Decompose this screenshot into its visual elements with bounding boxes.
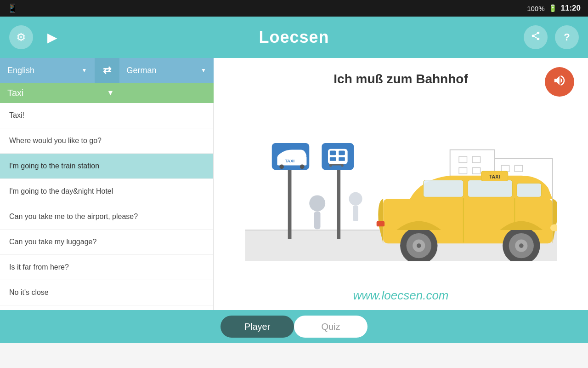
- help-button[interactable]: ?: [555, 25, 579, 49]
- svg-rect-36: [330, 164, 342, 165]
- svg-rect-38: [314, 211, 320, 229]
- svg-rect-8: [472, 156, 480, 163]
- svg-rect-14: [514, 165, 522, 172]
- target-lang-arrow-icon: ▼: [201, 67, 206, 74]
- player-tab[interactable]: Player: [220, 316, 294, 338]
- svg-text:TAXI: TAXI: [489, 173, 500, 179]
- right-panel: Ich muß zum Bahnhof: [214, 58, 588, 310]
- swap-icon: ⇄: [103, 64, 111, 76]
- settings-button[interactable]: ⚙: [9, 25, 33, 49]
- svg-rect-42: [423, 180, 463, 197]
- target-language-selector[interactable]: German ▼: [119, 58, 214, 83]
- translation-text: Ich muß zum Bahnhof: [334, 72, 468, 86]
- phrase-item[interactable]: Where would you like to go?: [0, 128, 213, 154]
- svg-point-2: [537, 38, 540, 40]
- speaker-icon: [553, 74, 566, 91]
- svg-rect-9: [459, 167, 467, 174]
- play-icon: ▶: [47, 30, 57, 45]
- battery-icon: 🔋: [548, 4, 557, 12]
- svg-point-24: [279, 164, 284, 169]
- svg-rect-32: [329, 157, 336, 161]
- category-label: Taxi: [7, 88, 107, 98]
- phrase-item[interactable]: Taxi!: [0, 103, 213, 128]
- phrase-item[interactable]: I'm going to the day&night Hotel: [0, 179, 213, 204]
- share-icon: [531, 31, 541, 44]
- illustration: TAXI: [214, 86, 588, 288]
- svg-rect-43: [468, 180, 512, 197]
- phrase-item[interactable]: I'm going to the train station: [0, 154, 213, 179]
- help-icon: ?: [564, 31, 570, 43]
- share-button[interactable]: [524, 25, 548, 49]
- source-lang-arrow-icon: ▼: [82, 67, 87, 74]
- app-icon: 📱: [7, 3, 17, 13]
- svg-point-54: [416, 243, 421, 248]
- app-title: Loecsen: [259, 28, 329, 47]
- svg-rect-40: [353, 205, 358, 221]
- language-row: English ▼ ⇄ German ▼: [0, 58, 214, 83]
- svg-point-1: [532, 34, 535, 37]
- gear-icon: ⚙: [16, 31, 26, 44]
- play-button[interactable]: ▶: [40, 25, 64, 49]
- svg-rect-33: [339, 157, 345, 161]
- svg-rect-10: [472, 167, 480, 174]
- svg-rect-44: [517, 183, 541, 197]
- phrase-item[interactable]: Can you take my luggage?: [0, 230, 213, 255]
- svg-point-25: [300, 164, 304, 169]
- phrase-item[interactable]: No it's close: [0, 280, 213, 305]
- status-bar: 📱 100% 🔋 11:20: [0, 0, 588, 17]
- header: ⚙ ▶ Loecsen ?: [0, 17, 588, 58]
- quiz-tab[interactable]: Quiz: [294, 316, 368, 338]
- svg-line-3: [534, 36, 537, 38]
- time: 11:20: [561, 4, 581, 13]
- speaker-button[interactable]: [545, 67, 574, 97]
- svg-line-4: [534, 34, 537, 35]
- phrase-item[interactable]: Can you take me to the airport, please?: [0, 204, 213, 230]
- svg-rect-13: [501, 165, 509, 172]
- svg-point-37: [309, 195, 325, 211]
- phrase-list: Taxi!Where would you like to go?I'm goin…: [0, 103, 214, 310]
- source-language-selector[interactable]: English ▼: [0, 58, 95, 83]
- svg-point-39: [349, 192, 362, 205]
- target-language-label: German: [127, 66, 157, 75]
- svg-rect-30: [329, 150, 336, 155]
- phrase-item[interactable]: Yes it's a little bit further away: [0, 305, 213, 310]
- source-language-label: English: [7, 66, 34, 75]
- svg-point-0: [537, 32, 540, 34]
- phrase-item[interactable]: Is it far from here?: [0, 255, 213, 280]
- svg-rect-7: [459, 156, 467, 163]
- main-content: English ▼ ⇄ German ▼ Taxi ▼ Taxi!Where w…: [0, 58, 588, 310]
- category-arrow-icon: ▼: [107, 89, 207, 97]
- language-swap-button[interactable]: ⇄: [95, 58, 119, 83]
- bottom-tabs: Player Quiz: [0, 310, 588, 343]
- svg-rect-31: [339, 150, 345, 155]
- svg-rect-48: [376, 221, 384, 226]
- battery-percent: 100%: [527, 5, 544, 12]
- category-selector[interactable]: Taxi ▼: [0, 83, 214, 103]
- svg-text:TAXI: TAXI: [284, 158, 294, 163]
- svg-point-58: [519, 243, 523, 248]
- website-url: www.loecsen.com: [353, 288, 448, 303]
